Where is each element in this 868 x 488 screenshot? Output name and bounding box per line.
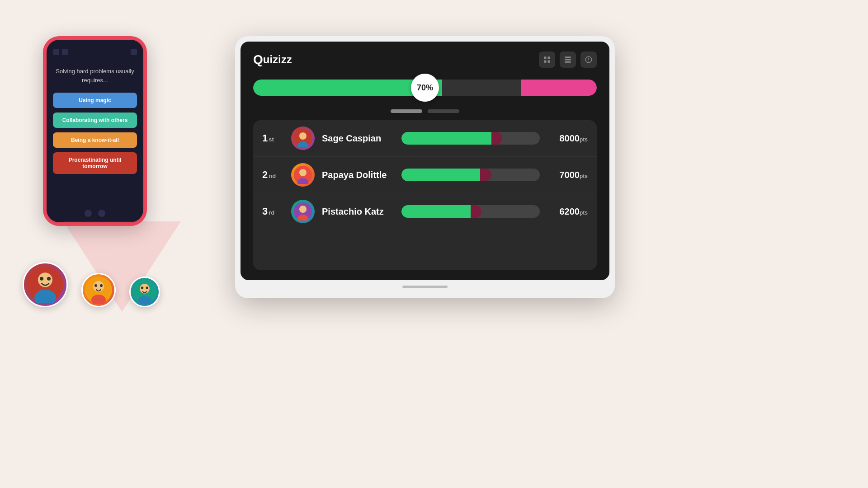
leaderboard-row-3: 3rd Pistachio Katz [253,193,597,230]
lb-name-2: Papaya Dolittle [322,170,394,180]
phone-body: Solving hard problems usually requires..… [43,36,147,226]
lb-bar-3 [401,205,540,218]
svg-rect-16 [548,56,550,59]
header-icon-btn-3[interactable] [580,52,597,68]
svg-point-24 [588,61,589,61]
lb-bar-dark-3 [471,205,481,218]
phone-nav-dot-2 [98,210,105,217]
svg-point-26 [299,132,307,140]
tablet-mockup: Q uizizz [235,36,615,298]
logo-q: Q [253,52,263,67]
svg-point-12 [141,286,143,289]
leaderboard-row-2: 2nd Papaya Dolittle [253,157,597,193]
svg-point-11 [140,284,150,294]
lb-pts-3: 6200pts [547,206,588,217]
svg-rect-19 [565,56,571,58]
phone-mockup: Solving hard problems usually requires..… [43,36,147,226]
lb-pts-1: 8000pts [547,133,588,144]
svg-rect-17 [544,61,546,63]
tablet-bottom-bar [241,280,609,293]
lb-avatar-3 [291,200,315,223]
phone-dot-3 [131,49,137,55]
quizizz-logo: Q uizizz [253,52,292,67]
lb-name-1: Sage Caspian [322,133,394,144]
avatars-row [23,262,160,307]
lb-bar-green-2 [401,169,480,181]
svg-rect-21 [565,61,571,63]
tablet-body: Q uizizz [235,36,615,298]
phone-nav-dot-1 [85,210,92,217]
tablet-header: Q uizizz [253,52,597,68]
lb-avatar-1 [291,127,315,150]
phone-option-3[interactable]: Being a know-it-all [53,132,137,148]
phone-option-4[interactable]: Procrastinating until tomorrow [53,152,137,174]
tablet-home-bar [402,286,448,288]
lb-avatar-2 [291,163,315,187]
svg-point-29 [299,169,307,176]
progress-pink [521,80,597,96]
progress-percentage: 70% [411,74,439,102]
header-icon-btn-2[interactable] [560,52,576,68]
svg-point-4 [47,277,51,281]
svg-rect-18 [548,61,550,63]
avatar-3 [129,277,160,307]
tab-row [253,109,597,113]
leaderboard: 1st Sage Caspian [253,120,597,270]
logo-text: uizizz [263,53,292,66]
rank-3: 3rd [262,206,284,217]
svg-point-6 [93,281,104,292]
phone-dot-1 [53,49,59,55]
lb-pts-2: 7000pts [547,170,588,180]
tab-active[interactable] [391,109,422,113]
rank-1: 1st [262,132,284,144]
rank-2: 2nd [262,169,284,181]
phone-notch-row [53,49,137,55]
lb-bar-dark-2 [480,169,491,181]
phone-options: Using magic Collaborating with others Be… [53,93,137,174]
phone-option-2[interactable]: Collaborating with others [53,113,137,128]
header-icon-btn-1[interactable] [539,52,555,68]
tablet-screen: Q uizizz [241,42,609,280]
svg-point-3 [40,277,43,281]
lb-bar-2 [401,169,540,181]
svg-point-8 [100,284,103,287]
svg-rect-20 [565,59,571,61]
avatar-2 [81,273,116,307]
lb-bar-dark-1 [491,132,502,145]
phone-bottom-dots [85,210,105,217]
phone-question: Solving hard problems usually requires..… [53,67,137,84]
lb-bar-green-1 [401,132,491,145]
tab-inactive[interactable] [428,109,459,113]
avatar-1 [23,262,68,307]
svg-point-13 [146,286,148,289]
lb-name-3: Pistachio Katz [322,206,394,217]
svg-point-32 [299,206,307,213]
svg-point-7 [94,284,97,287]
leaderboard-row-1: 1st Sage Caspian [253,120,597,157]
svg-rect-15 [544,56,546,59]
header-icons [539,52,597,68]
lb-bar-green-3 [401,205,471,218]
phone-option-1[interactable]: Using magic [53,93,137,108]
progress-row: 70% [253,76,597,99]
phone-dot-2 [62,49,68,55]
lb-bar-1 [401,132,540,145]
